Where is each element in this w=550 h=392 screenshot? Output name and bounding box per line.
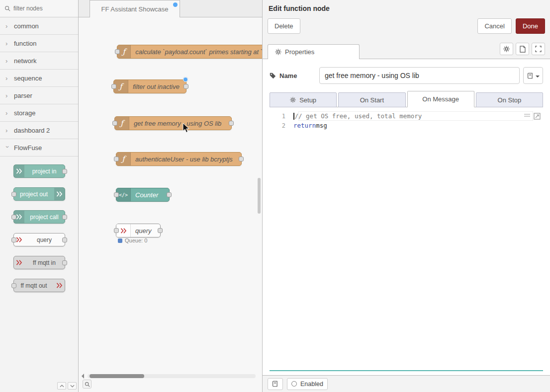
- code-keyword: return: [293, 122, 316, 129]
- enabled-toggle-button[interactable]: Enabled: [287, 378, 328, 390]
- label-options-button[interactable]: [523, 67, 543, 84]
- palette-search[interactable]: [0, 0, 78, 17]
- palette-node-ff-mqtt-in[interactable]: ff mqtt in: [13, 256, 65, 269]
- tab-on-message[interactable]: On Message: [407, 91, 474, 107]
- tab-on-stop[interactable]: On Stop: [476, 92, 543, 107]
- output-port[interactable]: [239, 157, 244, 161]
- expand-tray-button[interactable]: [532, 43, 545, 55]
- scroll-left-arrow[interactable]: [82, 374, 84, 379]
- output-port: [62, 260, 67, 265]
- expand-icon: [535, 46, 542, 52]
- status-dot-icon: [118, 238, 122, 243]
- category-label: network: [14, 57, 37, 65]
- node-label: filter out inactive: [128, 83, 184, 90]
- output-port[interactable]: [229, 121, 234, 126]
- edit-tray: Edit function node Delete Cancel Done Pr…: [262, 0, 550, 392]
- palette-node-project-in[interactable]: project in: [13, 164, 65, 178]
- expand-editor-button[interactable]: [534, 113, 541, 120]
- node-status-label: Queue: 0: [125, 237, 147, 243]
- delete-button[interactable]: Delete: [268, 18, 300, 34]
- category-label: FlowFuse: [14, 144, 42, 152]
- code-comment: // get OS free, used, total memory: [295, 112, 422, 120]
- palette-node-project-call[interactable]: project call: [13, 210, 65, 224]
- flow-node-query[interactable]: query: [116, 224, 161, 237]
- tab-setup[interactable]: Setup: [270, 92, 337, 107]
- name-row: Name: [270, 67, 543, 84]
- input-port[interactable]: [115, 49, 120, 54]
- palette-node-query[interactable]: query: [13, 233, 65, 246]
- enabled-state-icon: [291, 381, 297, 387]
- tab-properties[interactable]: Properties: [268, 44, 360, 59]
- name-field-label: Name: [270, 72, 319, 79]
- name-input[interactable]: [319, 67, 520, 84]
- input-port[interactable]: [114, 157, 119, 161]
- expand-all-button[interactable]: [68, 382, 77, 390]
- collapse-all-button[interactable]: [57, 382, 66, 390]
- chevron-right-icon: ›: [5, 110, 9, 116]
- node-status: Queue: 0: [118, 237, 147, 243]
- tab-on-start[interactable]: On Start: [338, 92, 405, 107]
- flow-node-authenticate-user[interactable]: ƒ authenticateUser - use lib bcryptjs: [116, 152, 242, 166]
- input-port[interactable]: [112, 121, 117, 126]
- code-editor[interactable]: 1 // get OS free, used, total memory 2 r…: [270, 111, 543, 371]
- properties-tab-row: Properties: [263, 39, 550, 59]
- tab-label: On Stop: [498, 96, 522, 104]
- palette-category-common[interactable]: › common: [0, 17, 78, 35]
- category-label: common: [14, 22, 39, 30]
- palette-node-label: project out: [14, 191, 54, 198]
- text-caret: [293, 113, 294, 120]
- chevron-right-icon: ›: [5, 127, 9, 134]
- done-button[interactable]: Done: [516, 18, 545, 34]
- function-editor-tabs: Setup On Start On Message On Stop: [270, 91, 543, 107]
- palette-node-ff-mqtt-out[interactable]: ff mqtt out: [13, 279, 65, 292]
- palette-category-sequence[interactable]: › sequence: [0, 70, 78, 87]
- flow-node-filter-out-inactive[interactable]: ƒ filter out inactive: [113, 79, 186, 93]
- palette-node-project-out[interactable]: project out: [13, 187, 65, 201]
- docs-toggle-button[interactable]: [268, 378, 283, 390]
- flowfuse-icon: [14, 165, 24, 177]
- output-port[interactable]: [167, 192, 172, 197]
- cancel-button[interactable]: Cancel: [477, 18, 511, 34]
- input-port[interactable]: [111, 84, 116, 89]
- output-port[interactable]: [158, 228, 163, 233]
- node-docs-button[interactable]: [516, 43, 529, 55]
- minimap: [524, 114, 530, 117]
- palette-category-parser[interactable]: › parser: [0, 87, 78, 104]
- workspace-tab-label: FF Assistant Showcase: [101, 5, 168, 13]
- palette-category-network[interactable]: › network: [0, 52, 78, 70]
- palette-category-flowfuse[interactable]: › FlowFuse: [0, 139, 78, 157]
- horizontal-scrollbar-thumb[interactable]: [90, 374, 144, 378]
- chevron-down-icon: [70, 385, 75, 388]
- flow-node-get-free-memory[interactable]: ƒ get free memory - using OS lib: [114, 116, 232, 130]
- editor-line[interactable]: 1 // get OS free, used, total memory: [270, 111, 543, 121]
- output-port: [62, 237, 67, 242]
- category-label: parser: [14, 92, 32, 99]
- mqtt-icon: [54, 279, 65, 292]
- enabled-label: Enabled: [300, 381, 323, 388]
- expand-arrow-icon: [534, 113, 541, 120]
- tray-footer: Enabled: [263, 375, 550, 392]
- vertical-scrollbar-thumb[interactable]: [258, 178, 261, 214]
- flow-canvas[interactable]: FF Assistant Showcase ƒ calculate `paylo…: [79, 0, 262, 392]
- node-label: get free memory - using OS lib: [129, 120, 226, 127]
- tray-title: Edit function node: [263, 0, 550, 14]
- gear-icon: [275, 49, 281, 55]
- tray-icon-buttons: [500, 43, 545, 59]
- editor-line[interactable]: 2 return msg: [270, 121, 543, 130]
- input-port: [11, 192, 16, 197]
- palette-category-storage[interactable]: › storage: [0, 104, 78, 122]
- flow-node-counter[interactable]: </> Counter: [116, 188, 170, 202]
- zoom-search-button[interactable]: [83, 380, 92, 389]
- node-changed-dot: [183, 77, 188, 82]
- palette-category-dashboard2[interactable]: › dashboard 2: [0, 122, 78, 139]
- input-port[interactable]: [114, 192, 119, 197]
- output-port[interactable]: [183, 84, 188, 89]
- palette-filter-input[interactable]: [13, 5, 68, 12]
- mqtt-icon: [14, 256, 24, 269]
- line-number: 2: [270, 122, 293, 129]
- node-settings-button[interactable]: [500, 43, 513, 55]
- workspace-tab[interactable]: FF Assistant Showcase: [90, 0, 180, 17]
- flow-node-calculate-primes[interactable]: ƒ calculate `payload.count` primes start…: [117, 45, 262, 59]
- palette-category-function[interactable]: › function: [0, 35, 78, 52]
- input-port[interactable]: [114, 228, 119, 233]
